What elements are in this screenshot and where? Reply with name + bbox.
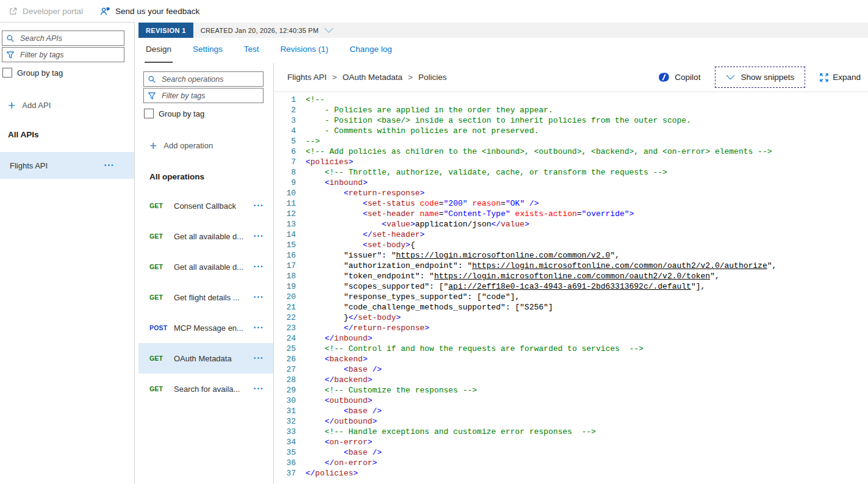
code-line: 36 </on-error>	[274, 458, 868, 468]
expand-button[interactable]: Expand	[820, 73, 861, 82]
operation-item[interactable]: GETGet flight details ...•••	[138, 282, 274, 312]
ellipsis-menu-icon[interactable]: •••	[254, 386, 264, 392]
ellipsis-menu-icon[interactable]: •••	[104, 162, 115, 168]
expand-label: Expand	[833, 73, 861, 82]
code-line: 16 "issuer": "https://login.microsoftonl…	[274, 250, 868, 261]
api-item-flights[interactable]: Flights API •••	[0, 152, 134, 179]
code-line: 2 - Policies are applied in the order th…	[274, 105, 868, 115]
line-number: 4	[274, 126, 306, 136]
line-number: 35	[274, 447, 306, 458]
operation-item[interactable]: POSTMCP Message en...•••	[138, 312, 274, 343]
code-line: 35 <base />	[274, 447, 868, 458]
line-number: 5	[274, 136, 306, 146]
copilot-button[interactable]: Copilot	[658, 71, 700, 83]
show-snippets-button[interactable]: Show snippets	[715, 67, 805, 88]
line-number: 16	[274, 250, 306, 261]
line-number: 9	[274, 178, 306, 188]
method-badge: GET	[149, 233, 174, 240]
tab-test[interactable]: Test	[243, 38, 260, 63]
search-operations-input[interactable]	[160, 74, 259, 84]
line-number: 21	[274, 302, 306, 312]
operation-item[interactable]: GETGet all available d...•••	[138, 221, 274, 251]
code-line: 27 <base />	[274, 364, 868, 375]
code-editor-lines: 1<!--2 - Policies are applied in the ord…	[274, 95, 868, 479]
feedback-link[interactable]: Send us your feedback	[100, 6, 199, 16]
line-number: 20	[274, 292, 306, 302]
api-sidebar: Group by tag + Add API All APIs Flights …	[0, 22, 134, 484]
line-number: 15	[274, 240, 306, 250]
code-line: 3 - Position <base/> inside a section to…	[274, 115, 868, 126]
method-badge: GET	[149, 202, 174, 209]
search-apis-input[interactable]	[19, 34, 120, 43]
breadcrumb-operation[interactable]: OAuth Metadata	[342, 73, 402, 82]
line-number: 19	[274, 281, 306, 292]
api-name: Flights API	[10, 161, 48, 170]
line-number: 17	[274, 261, 306, 271]
code-line: 28 </backend>	[274, 375, 868, 385]
operation-name: Get flight details ...	[174, 293, 254, 302]
ellipsis-menu-icon[interactable]: •••	[254, 203, 264, 209]
operation-item[interactable]: GETGet all available d...•••	[138, 251, 274, 282]
code-line: 34 <on-error>	[274, 437, 868, 447]
developer-portal-link[interactable]: Developer portal	[9, 7, 83, 16]
filter-apis-box	[2, 47, 124, 62]
ellipsis-menu-icon[interactable]: •••	[254, 325, 264, 331]
breadcrumb: Flights API > OAuth Metadata > Policies	[287, 73, 447, 82]
line-number: 30	[274, 396, 306, 406]
group-by-tag-checkbox[interactable]	[2, 68, 12, 78]
line-number: 14	[274, 229, 306, 240]
code-line: 7<policies>	[274, 157, 868, 167]
search-apis-box	[2, 31, 124, 46]
code-line: 33 <!-- Handle exceptions and customize …	[274, 427, 868, 437]
policy-code-editor[interactable]: 1<!--2 - Policies are applied in the ord…	[274, 92, 868, 484]
tab-revisions[interactable]: Revisions (1)	[279, 38, 330, 63]
operation-item[interactable]: GETSearch for availa...•••	[138, 374, 274, 404]
feedback-label: Send us your feedback	[115, 7, 199, 16]
topbar: Developer portal Send us your feedback	[0, 0, 868, 22]
filter-apis-input[interactable]	[19, 50, 120, 60]
ellipsis-menu-icon[interactable]: •••	[254, 264, 264, 270]
line-number: 31	[274, 406, 306, 416]
group-by-tag-row: Group by tag	[2, 68, 134, 78]
breadcrumb-api[interactable]: Flights API	[287, 73, 327, 82]
search-icon	[148, 75, 156, 84]
method-badge: GET	[149, 355, 174, 362]
filter-icon	[148, 92, 156, 100]
line-number: 37	[274, 468, 306, 479]
external-link-icon	[9, 7, 18, 16]
tab-design[interactable]: Design	[145, 38, 173, 63]
filter-operations-input[interactable]	[160, 91, 259, 101]
revision-bar: REVISION 1 CREATED Jan 20, 2026, 12:40:3…	[138, 23, 868, 38]
tab-settings[interactable]: Settings	[192, 38, 224, 63]
plus-icon: +	[149, 142, 157, 150]
add-api-button[interactable]: + Add API	[8, 101, 134, 110]
add-operation-button[interactable]: + Add operation	[149, 141, 274, 150]
ellipsis-menu-icon[interactable]: •••	[254, 294, 264, 300]
filter-operations-box	[143, 88, 264, 103]
revision-created-label: CREATED Jan 20, 2026, 12:40:35 PM	[201, 27, 319, 34]
operation-name: Consent Callback	[174, 201, 254, 211]
policy-editor-header: Flights API > OAuth Metadata > Policies …	[274, 63, 868, 92]
group-by-tag-label: Group by tag	[17, 68, 63, 78]
line-number: 22	[274, 312, 306, 323]
operation-item[interactable]: GETOAuth Metadata•••	[138, 343, 274, 374]
line-number: 12	[274, 209, 306, 219]
code-line: 20 "response_types_supported": ["code"],	[274, 292, 868, 302]
copilot-icon	[658, 71, 670, 83]
line-number: 23	[274, 323, 306, 333]
operation-item[interactable]: GETConsent Callback•••	[138, 190, 274, 221]
ellipsis-menu-icon[interactable]: •••	[254, 355, 264, 361]
line-number: 25	[274, 344, 306, 354]
group-by-tag-checkbox[interactable]	[144, 109, 154, 118]
all-apis-heading: All APIs	[8, 130, 134, 139]
line-number: 24	[274, 333, 306, 344]
chevron-down-icon[interactable]	[324, 27, 334, 33]
expand-icon	[820, 73, 828, 82]
operation-name: OAuth Metadata	[174, 354, 254, 363]
person-feedback-icon	[100, 6, 110, 16]
group-by-tag-row: Group by tag	[144, 109, 274, 118]
ellipsis-menu-icon[interactable]: •••	[254, 233, 264, 239]
tab-change-log[interactable]: Change log	[348, 38, 393, 63]
method-badge: GET	[149, 294, 174, 301]
line-number: 3	[274, 115, 306, 126]
